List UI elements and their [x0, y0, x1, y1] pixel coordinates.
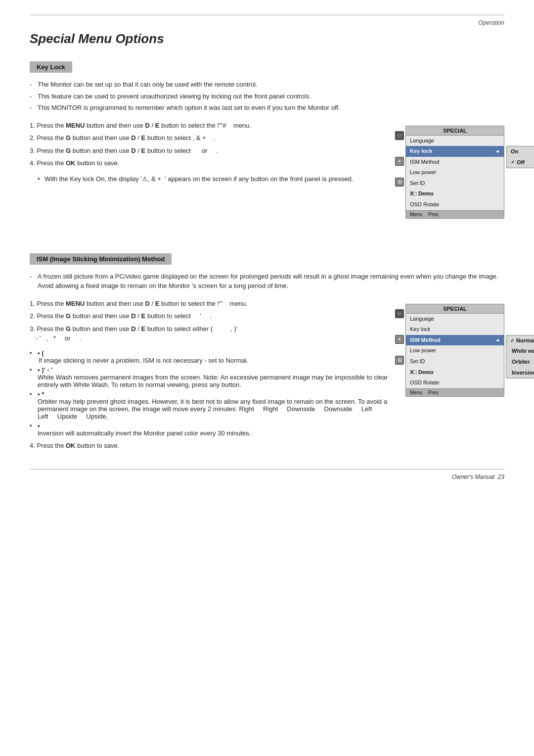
section-header-ism: ISM (Image Sticking Minimization) Method	[30, 253, 172, 265]
osd2-row-lowpower: Low power	[406, 345, 504, 356]
osd-icon-circle: ●	[395, 157, 404, 166]
ism-step-3: 3. Press the G button and then use D / E…	[30, 324, 391, 343]
steps-list: 1. Press the MENU button and then use D …	[30, 121, 391, 168]
page-container: Operation Special Menu Options Key Lock …	[0, 0, 534, 510]
bullet-item: The Monitor can be set up so that it can…	[30, 80, 504, 90]
submenu-normal: ✓Normal	[506, 335, 534, 346]
ism-steps-container: 1. Press the MENU button and then use D …	[30, 299, 504, 449]
bullet-item: This feature can be used to prevent unau…	[30, 92, 504, 101]
osd-row-ism: ISM Method	[406, 157, 504, 168]
osd-title-1: SPECIAL	[406, 126, 504, 136]
osd-box-2: ▭ ● ⏻ SPECIAL Language Key lock ISM Meth…	[405, 304, 504, 397]
step-3: 3. Press the G button and then use D / E…	[30, 146, 391, 156]
osd-row-xd: X□ Demo	[406, 189, 504, 199]
ism-sub-2: • )' - ' White Wash removes permanent im…	[30, 366, 391, 388]
key-lock-steps-text: 1. Press the MENU button and then use D …	[30, 121, 391, 186]
bottom-rule	[30, 469, 504, 470]
ism-sub-4: • Inversion will automatically invert th…	[30, 422, 391, 437]
ism-steps-list: 1. Press the MENU button and then use D …	[30, 299, 391, 343]
operation-label: Operation	[30, 19, 504, 26]
key-lock-bullets: The Monitor can be set up so that it can…	[30, 80, 504, 113]
footer-text: Owner's Manual 23	[452, 473, 504, 480]
submenu-on: On	[507, 146, 534, 157]
step-1: 1. Press the MENU button and then use D …	[30, 121, 391, 131]
osd-wrapper-2: ▭ ● ⏻ SPECIAL Language Key lock ISM Meth…	[405, 304, 504, 397]
osd-icon-monitor-2: ▭	[395, 309, 404, 318]
section-header-key-lock: Key Lock	[30, 61, 72, 73]
section-ism: ISM (Image Sticking Minimization) Method…	[30, 253, 504, 449]
ism-intro-bullets: A frozen still picture from a PC/video g…	[30, 272, 504, 291]
submenu-whitewash: White wash	[506, 346, 534, 357]
osd2-row-keylock: Key lock	[406, 324, 504, 335]
osd-wrapper-1: ▭ ● ⏻ SPECIAL Language Key lock◄ On ✓Off	[405, 126, 504, 219]
osd-icon-monitor: ▭	[395, 131, 404, 140]
osd2-row-xd: X□ Demo	[406, 367, 504, 378]
submenu-inversion: Inversion	[506, 368, 534, 378]
ism-step-4: 4. Press the OK button to save.	[30, 442, 391, 449]
page-title: Special Menu Options	[30, 31, 504, 47]
osd-box-1: ▭ ● ⏻ SPECIAL Language Key lock◄ On ✓Off	[405, 126, 504, 219]
bullet-item: This MONITOR is programmed to remember w…	[30, 103, 504, 113]
osd2-row-ism: ISM Method◄ ✓Normal White wash Orbiter I…	[406, 335, 504, 346]
step-2: 2. Press the G button and then use D / E…	[30, 133, 391, 143]
sub-bullet-item: With the Key lock On, the display '⚠, & …	[38, 174, 391, 184]
osd-footer-2: Menu Prev.	[406, 388, 504, 396]
ism-intro-bullet: A frozen still picture from a PC/video g…	[30, 272, 504, 291]
step-4: 4. Press the OK button to save.	[30, 158, 391, 168]
ism-step-1: 1. Press the MENU button and then use D …	[30, 299, 391, 309]
osd2-row-language: Language	[406, 314, 504, 325]
submenu-off: ✓Off	[507, 157, 534, 168]
section-key-lock: Key Lock The Monitor can be set up so th…	[30, 61, 504, 219]
osd-footer-1: Menu Prev.	[406, 210, 504, 218]
osd-icon-circle-2: ●	[395, 335, 404, 344]
osd-row-lowpower: Low power	[406, 167, 504, 178]
osd-row-osdrotate: OSD Rotate	[406, 199, 504, 210]
submenu-orbiter: Orbiter	[506, 357, 534, 368]
osd2-row-osdrotate: OSD Rotate	[406, 378, 504, 388]
osd-row-keylock: Key lock◄ On ✓Off	[406, 146, 504, 157]
osd-row-setid: Set ID	[406, 178, 504, 189]
key-lock-steps-container: 1. Press the MENU button and then use D …	[30, 121, 504, 219]
osd-row-language: Language	[406, 136, 504, 146]
osd2-row-setid: Set ID	[406, 356, 504, 367]
osd-title-2: SPECIAL	[406, 304, 504, 314]
ism-sub-1: • ( If image sticking is never a problem…	[30, 349, 391, 364]
osd-icon-power: ⏻	[395, 178, 404, 187]
top-rule	[30, 15, 504, 15]
ism-steps-text: 1. Press the MENU button and then use D …	[30, 299, 391, 449]
osd-icon-power-2: ⏻	[395, 356, 404, 365]
footer: Owner's Manual 23	[30, 473, 504, 480]
ism-sub-3: • * Orbiter may help prevent ghost image…	[30, 390, 391, 420]
ism-step-2: 2. Press the G button and then use D / E…	[30, 311, 391, 321]
key-lock-sub-bullets: With the Key lock On, the display '⚠, & …	[30, 174, 391, 184]
